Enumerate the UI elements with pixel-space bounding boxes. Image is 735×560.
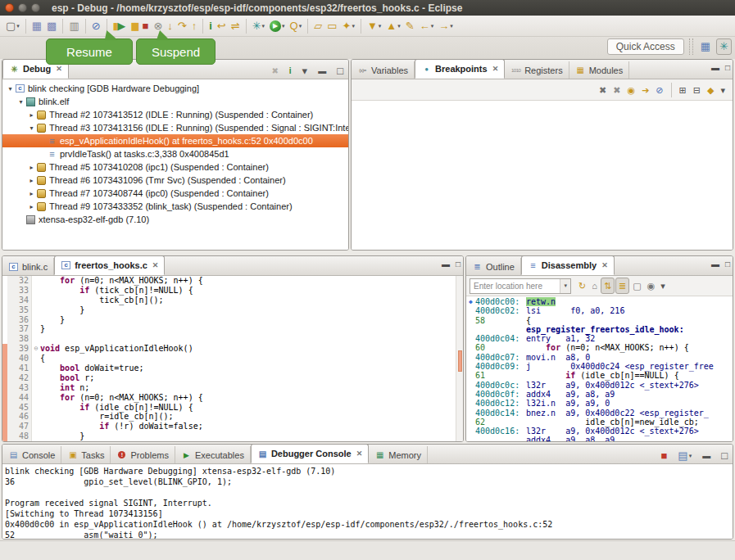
expander-icon[interactable]: ▾ — [16, 98, 25, 106]
debug-tree-row[interactable]: ▾ Thread #3 1073413156 (IDLE : Running) … — [2, 121, 348, 134]
console-tab[interactable]: Debugger Console ✕ — [251, 444, 369, 463]
quick-access-button[interactable]: Quick Access — [607, 38, 684, 55]
fold-icon[interactable] — [32, 354, 40, 364]
suspend-button[interactable]: ▮▮ — [128, 18, 139, 34]
fold-icon[interactable] — [32, 305, 40, 315]
go-home-button[interactable]: ⌂ — [589, 278, 600, 294]
link-with-debug-view-toggle[interactable]: ◆ — [705, 82, 716, 98]
sync-with-debug-context-toggle[interactable]: ⇅ — [601, 278, 615, 294]
debug-tree-row[interactable]: esp_vApplicationIdleHook() at freertos_h… — [2, 134, 348, 147]
terminate-console-button[interactable]: ■ — [658, 448, 669, 464]
fold-icon[interactable] — [32, 286, 40, 296]
debug-tree-row[interactable]: ▸ Thread #9 1073433352 (blink_task) (Sus… — [2, 200, 348, 213]
fold-icon[interactable] — [32, 334, 40, 344]
close-icon[interactable]: ✕ — [152, 261, 159, 269]
go-to-file-for-breakpoint-button[interactable]: ➔ — [639, 82, 651, 98]
fold-icon[interactable] — [32, 441, 40, 442]
fold-icon[interactable] — [32, 296, 40, 305]
fold-icon[interactable] — [32, 393, 40, 403]
new-wizard-button[interactable]: ▢ ▾ — [3, 18, 22, 34]
use-step-filters-toggle[interactable]: ⇌ — [229, 18, 243, 34]
console-tab[interactable]: Memory — [369, 446, 428, 463]
build-button[interactable]: ▥ — [66, 18, 81, 34]
pin-view-button[interactable]: ◉ — [645, 278, 658, 294]
back-button[interactable]: ← ▾ — [417, 18, 437, 34]
minimize-window-button[interactable] — [18, 3, 27, 12]
skip-all-breakpoints-toggle[interactable]: ⊘ — [653, 82, 665, 98]
console-tab[interactable]: Console — [2, 446, 61, 463]
fold-icon[interactable] — [32, 403, 40, 413]
debug-tree-row[interactable]: ▾ blink checking [GDB Hardware Debugging… — [2, 82, 348, 95]
console-tab[interactable]: Tasks — [61, 446, 111, 463]
maximize-button[interactable]: □ — [456, 260, 461, 269]
remove-all-terminated-button[interactable]: ✖ — [269, 63, 280, 79]
expander-icon[interactable]: ▾ — [27, 124, 36, 132]
close-icon[interactable]: ✕ — [356, 449, 363, 458]
remove-selected-breakpoints-button[interactable]: ✖ — [597, 82, 609, 98]
view-tab[interactable]: Breakpoints ✕ — [415, 59, 505, 79]
fold-icon[interactable] — [32, 422, 40, 431]
debugger-console-output[interactable]: blink checking [GDB Hardware Debugging] … — [2, 464, 733, 540]
external-tools-button[interactable]: Q ▾ — [288, 18, 305, 34]
view-menu-button[interactable]: ▾ — [658, 278, 668, 294]
next-annotation-button[interactable]: ▼ ▾ — [365, 18, 383, 34]
close-icon[interactable]: ✕ — [56, 65, 62, 73]
fold-icon[interactable] — [32, 324, 40, 334]
chevron-down-icon[interactable]: ▾ — [560, 279, 570, 293]
forward-button[interactable]: → ▾ — [436, 18, 456, 34]
maximize-button[interactable]: □ — [334, 63, 346, 79]
minimize-button[interactable]: ▬ — [315, 63, 329, 79]
save-all-button[interactable]: ▩ — [44, 18, 59, 34]
open-perspective-button[interactable]: ▦ — [698, 38, 713, 55]
drop-to-frame-button[interactable]: ↩ — [215, 18, 229, 34]
debug-tree-row[interactable]: ▸ Thread #7 1073408744 (ipc0) (Suspended… — [2, 187, 348, 200]
expander-icon[interactable]: ▸ — [27, 190, 36, 197]
maximize-button[interactable]: □ — [725, 260, 730, 269]
location-combo[interactable]: Enter location here ▾ — [470, 278, 571, 294]
editor-tab[interactable]: blink.c — [2, 258, 54, 275]
overview-annotation-mark[interactable] — [458, 350, 462, 372]
debug-button[interactable]: ✳ ▾ — [250, 18, 267, 34]
fold-icon[interactable] — [32, 373, 40, 383]
open-element-button[interactable]: ▱ — [311, 18, 324, 34]
show-source-toggle[interactable]: ≣ — [615, 278, 629, 294]
close-window-button[interactable] — [5, 3, 14, 12]
debug-tree-row[interactable]: ▸ Thread #5 1073410208 (ipc1) (Suspended… — [2, 160, 348, 174]
run-button[interactable]: ▶ ▾ — [267, 18, 288, 34]
minimize-button[interactable]: ▬ — [442, 260, 450, 269]
maximize-window-button[interactable] — [31, 3, 40, 12]
fold-icon[interactable] — [32, 431, 40, 441]
overview-ruler[interactable] — [456, 276, 463, 442]
view-menu-button[interactable]: ▾ — [300, 63, 311, 79]
terminate-button[interactable]: ■ — [140, 18, 152, 34]
display-selected-console-button[interactable]: ▤ ▾ — [675, 448, 694, 464]
minimize-button[interactable]: ▬ — [700, 448, 713, 464]
code-editor[interactable]: 32 for (n=0; n<MAX_HOOKS; n++) { 33 if (… — [2, 276, 463, 442]
breakpoints-list-area[interactable] — [352, 101, 733, 251]
expander-icon[interactable]: ▸ — [27, 164, 36, 171]
fold-icon[interactable] — [32, 276, 40, 286]
debug-tree-row[interactable]: prvIdleTask() at tasks.c:3,338 0x400845d… — [2, 147, 348, 160]
editor-tab[interactable]: freertos_hooks.c ✕ — [54, 255, 165, 275]
debug-tree-row[interactable]: xtensa-esp32-elf-gdb (7.10) — [2, 213, 348, 226]
save-button[interactable]: ▦ — [29, 18, 44, 34]
fold-icon[interactable] — [32, 412, 40, 422]
fold-icon[interactable] — [32, 383, 40, 393]
debug-tree-row[interactable]: ▾ blink.elf — [2, 95, 348, 108]
fold-icon[interactable]: ⊖ — [32, 344, 40, 354]
expander-icon[interactable]: ▸ — [27, 203, 36, 210]
previous-annotation-button[interactable]: ▲ ▾ — [383, 18, 402, 34]
close-icon[interactable]: ✕ — [601, 261, 608, 269]
expander-icon[interactable]: ▸ — [27, 177, 36, 184]
refresh-view-button[interactable]: ↻ — [576, 278, 588, 294]
expand-all-button[interactable]: ⊞ — [677, 82, 689, 98]
open-new-view-button[interactable]: ▢ — [630, 278, 643, 294]
last-edit-location-button[interactable]: ✎ — [403, 18, 417, 34]
expander-icon[interactable]: ▸ — [27, 111, 36, 119]
step-return-button[interactable]: ↑ — [189, 18, 200, 34]
debug-tree-row[interactable]: ▸ Thread #2 1073413512 (IDLE : Running) … — [2, 108, 348, 121]
search-button[interactable]: ✦ ▾ — [340, 18, 357, 34]
minimize-button[interactable]: ▬ — [711, 63, 719, 72]
view-tab[interactable]: Outline — [466, 258, 521, 275]
console-tab[interactable]: Executables — [175, 446, 251, 463]
